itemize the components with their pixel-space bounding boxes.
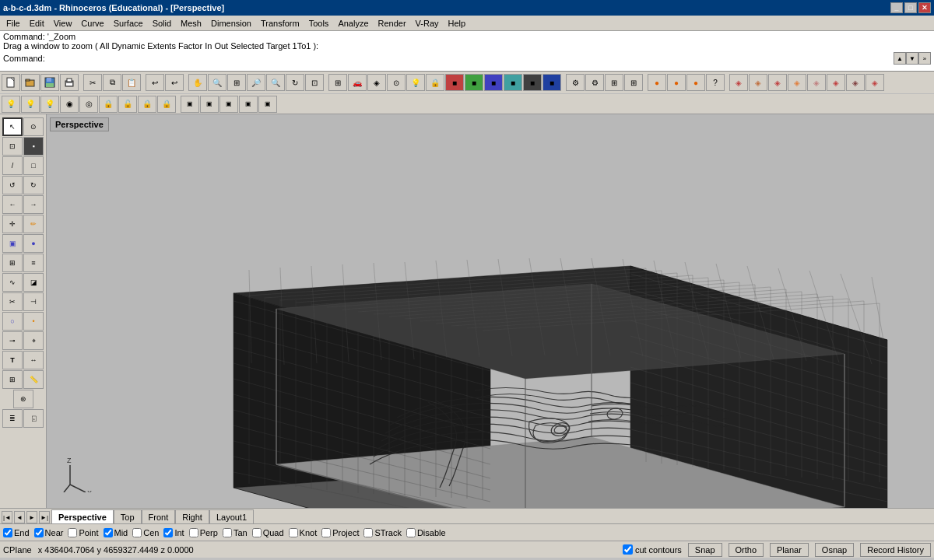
hatch-button[interactable]: ≣ [2, 409, 23, 428]
snap-checkbox-project[interactable] [321, 528, 331, 537]
settings2-button[interactable]: ⚙ [585, 74, 604, 91]
tab-nav-first[interactable]: |◄ [2, 511, 12, 523]
zoom-extents-button[interactable]: ⊞ [227, 74, 246, 91]
sphere3d-button[interactable]: ● [23, 234, 44, 253]
paste-button[interactable]: 📋 [122, 74, 141, 91]
layer-btn2[interactable]: ▣ [200, 96, 219, 113]
snap-checkbox-cen[interactable] [132, 528, 142, 537]
lock2-btn[interactable]: 🔒 [99, 96, 118, 113]
surface-button[interactable]: ◪ [23, 273, 44, 292]
snap-checkbox-near[interactable] [34, 528, 44, 537]
pan-button[interactable]: ✋ [188, 74, 207, 91]
extend-button[interactable]: ⊣ [23, 292, 44, 311]
snap-checkbox-strack[interactable] [363, 528, 373, 537]
arrow-right-button[interactable]: → [23, 195, 44, 214]
zoom-in-button[interactable]: 🔎 [247, 74, 265, 91]
color-blue[interactable]: ■ [484, 74, 503, 91]
dimension-button[interactable]: ↔ [23, 351, 44, 369]
tab-front[interactable]: Front [142, 509, 176, 523]
select-arrow-button[interactable]: ↖ [2, 117, 23, 136]
zoom-window-button[interactable]: 🔍 [208, 74, 226, 91]
stack-button[interactable]: ⊞ [2, 254, 23, 272]
tab-top[interactable]: Top [114, 509, 142, 523]
deform-button[interactable]: ⊸ [2, 331, 23, 350]
color-red[interactable]: ■ [445, 74, 464, 91]
orange-btn1[interactable]: ● [648, 74, 666, 91]
hatch2-button[interactable]: ⌺ [23, 409, 44, 428]
snap-button[interactable]: ⌖ [23, 331, 44, 350]
grid2-button[interactable]: ⊞ [2, 370, 23, 389]
menu-item-analyze[interactable]: Analyze [333, 17, 373, 30]
settings4-button[interactable]: ⊞ [624, 74, 643, 91]
status-btn-ortho[interactable]: Ortho [729, 543, 764, 557]
help-button[interactable]: ? [706, 74, 725, 91]
curve-button[interactable]: ∿ [2, 273, 23, 292]
color-dark[interactable]: ■ [523, 74, 542, 91]
rotate-button[interactable]: ↻ [286, 74, 304, 91]
menu-item-edit[interactable]: Edit [25, 17, 49, 30]
menu-item-render[interactable]: Render [374, 17, 411, 30]
maximize-button[interactable]: □ [904, 2, 917, 13]
tab-nav-last[interactable]: ►| [39, 511, 50, 523]
snap-checkbox-perp[interactable] [189, 528, 198, 537]
new-button[interactable] [2, 74, 20, 91]
tab-nav-next[interactable]: ► [26, 511, 37, 523]
viewport-options[interactable]: ⊙ [387, 74, 406, 91]
light5-btn[interactable]: ◎ [79, 96, 98, 113]
point-select-button[interactable]: ⊙ [23, 117, 44, 136]
snap-checkbox-disable[interactable] [406, 528, 416, 537]
save-button[interactable] [40, 74, 59, 91]
material-btn3[interactable]: ◈ [768, 74, 787, 91]
menu-item-mesh[interactable]: Mesh [176, 17, 206, 30]
circle-sel-button[interactable]: ○ [2, 312, 23, 331]
tab-perspective[interactable]: Perspective [51, 509, 114, 523]
snap-checkbox-point[interactable] [68, 528, 77, 537]
layer-sel-button[interactable]: ▣ [2, 234, 23, 253]
lock-button[interactable]: 🔒 [426, 74, 444, 91]
cut-contours-checkbox[interactable] [623, 544, 633, 555]
rotate-left-button[interactable]: ↺ [2, 176, 23, 194]
zoom-out-button[interactable]: 🔍 [266, 74, 285, 91]
rotate-right-button[interactable]: ↻ [23, 176, 44, 194]
tab-nav-prev[interactable]: ◄ [14, 511, 25, 523]
tab-layout1[interactable]: Layout1 [209, 509, 254, 523]
render-button[interactable]: ◈ [367, 74, 386, 91]
color-green[interactable]: ■ [465, 74, 483, 91]
menu-item-file[interactable]: File [2, 17, 25, 30]
snap-checkbox-mid[interactable] [104, 528, 113, 537]
snap-checkbox-knot[interactable] [289, 528, 298, 537]
pencil-button[interactable]: ✏ [23, 215, 44, 233]
brush-button[interactable]: ▪ [23, 137, 44, 156]
dot-button[interactable]: • [23, 312, 44, 331]
arrow-left-button[interactable]: ← [2, 195, 23, 214]
color-navy[interactable]: ■ [542, 74, 561, 91]
layers-button[interactable]: ≡ [23, 254, 44, 272]
command-input[interactable] [47, 54, 894, 63]
material-btn2[interactable]: ◈ [749, 74, 767, 91]
print-button[interactable] [60, 74, 79, 91]
status-btn-osnap[interactable]: Osnap [815, 543, 854, 557]
undo-button[interactable]: ↩ [146, 74, 164, 91]
layer-btn3[interactable]: ▣ [219, 96, 238, 113]
settings3-button[interactable]: ⊞ [605, 74, 623, 91]
menu-item-view[interactable]: View [49, 17, 77, 30]
status-btn-snap[interactable]: Snap [688, 543, 722, 557]
material-btn4[interactable]: ◈ [788, 74, 806, 91]
material-btn5[interactable]: ◈ [807, 74, 826, 91]
orange-btn3[interactable]: ● [686, 74, 705, 91]
menu-item-tools[interactable]: Tools [304, 17, 334, 30]
status-btn-planar[interactable]: Planar [770, 543, 809, 557]
menu-item-v-ray[interactable]: V-Ray [411, 17, 444, 30]
light1-btn[interactable]: 💡 [2, 96, 20, 113]
line-button[interactable]: / [2, 156, 23, 175]
car-button[interactable]: 🚗 [348, 74, 367, 91]
rect-button[interactable]: □ [23, 156, 44, 175]
menu-item-dimension[interactable]: Dimension [206, 17, 256, 30]
layer-btn1[interactable]: ▣ [181, 96, 199, 113]
material-btn7[interactable]: ◈ [846, 74, 865, 91]
layer-btn5[interactable]: ▣ [258, 96, 277, 113]
tab-right[interactable]: Right [175, 509, 209, 523]
material-btn6[interactable]: ◈ [827, 74, 845, 91]
lasso-button[interactable]: ⊡ [2, 137, 23, 156]
minimize-button[interactable]: _ [890, 2, 903, 13]
